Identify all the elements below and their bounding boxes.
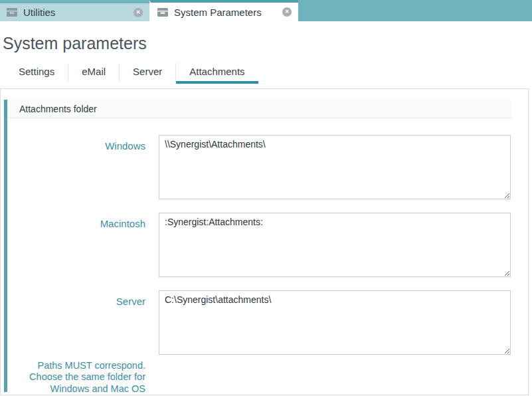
close-icon[interactable]: ✕ — [282, 7, 292, 17]
macintosh-label: Macintosh — [7, 213, 159, 277]
tab-attachments[interactable]: Attachments — [176, 63, 258, 84]
content-panel: Attachments folder Windows \\Synergist\A… — [0, 88, 529, 395]
paths-note: Paths MUST correspond. Choose the same f… — [7, 360, 159, 395]
macintosh-path-input[interactable]: :Synergist:Attachments: — [159, 213, 511, 277]
paths-note-line: Windows and Mac OS — [7, 383, 145, 395]
window-tab-bar: Utilities ✕ System Parameters ✕ — [0, 0, 532, 21]
archive-box-icon — [157, 8, 168, 17]
archive-box-icon — [7, 8, 17, 17]
form-row-windows: Windows \\Synergist\Attachments\ — [7, 135, 511, 199]
window-tab-label: Utilities — [23, 7, 133, 18]
window-tab-system-parameters[interactable]: System Parameters ✕ — [149, 0, 298, 21]
paths-note-line: Choose the same folder for — [7, 371, 145, 383]
tab-server[interactable]: Server — [120, 63, 176, 84]
paths-note-line: Paths MUST correspond. — [7, 360, 145, 371]
page-title: System parameters — [3, 34, 532, 53]
tab-settings[interactable]: Settings — [5, 63, 68, 84]
attachments-folder-group: Attachments folder Windows \\Synergist\A… — [4, 100, 511, 392]
close-icon[interactable]: ✕ — [133, 8, 143, 17]
form-row-server: Server C:\Synergist\attachments\ — [7, 290, 511, 355]
tab-email[interactable]: eMail — [68, 63, 120, 84]
section-header: Attachments folder — [7, 100, 511, 118]
windows-path-input[interactable]: \\Synergist\Attachments\ — [159, 135, 511, 199]
window-tab-label: System Parameters — [174, 7, 282, 18]
attachments-form: Windows \\Synergist\Attachments\ Macinto… — [7, 118, 511, 395]
window-tab-utilities[interactable]: Utilities ✕ — [0, 3, 149, 21]
server-label: Server — [7, 290, 159, 355]
settings-tab-bar: Settings eMail Server Attachments — [5, 63, 532, 84]
server-path-input[interactable]: C:\Synergist\attachments\ — [159, 290, 511, 355]
windows-label: Windows — [7, 135, 159, 199]
form-row-macintosh: Macintosh :Synergist:Attachments: — [7, 213, 511, 277]
